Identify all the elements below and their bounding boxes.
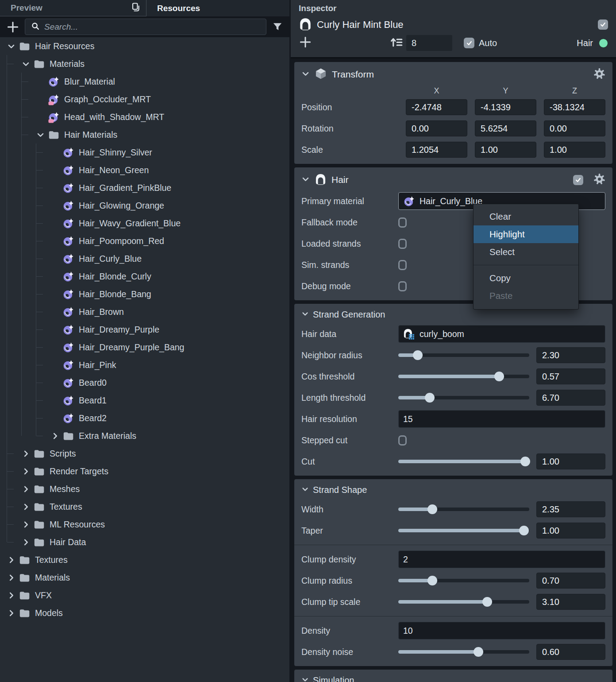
slider-knob[interactable] (413, 350, 423, 360)
chevron-right-icon[interactable] (19, 448, 33, 459)
tree-item-hair-materials[interactable]: Hair Materials (0, 126, 289, 143)
slider-knob[interactable] (519, 526, 529, 535)
context-menu-item-select[interactable]: Select (474, 243, 578, 261)
slider-knob[interactable] (520, 457, 530, 466)
chevron-down-icon[interactable] (301, 70, 310, 80)
clump-tip-scale-slider[interactable] (398, 597, 529, 607)
slider-knob[interactable] (427, 576, 437, 585)
transform-section-header[interactable]: Transform (294, 64, 612, 85)
tree-item-hair-wavy-gradient-blue[interactable]: Hair_Wavy_Gradient_Blue (0, 214, 289, 232)
tree-item-meshes[interactable]: Meshes (0, 480, 289, 498)
tree-item-beard1[interactable]: Beard1 (0, 391, 289, 409)
tree-item-hair-brown[interactable]: Hair_Brown (0, 303, 289, 321)
cut-slider[interactable] (398, 457, 529, 466)
add-resource-button[interactable] (5, 20, 20, 34)
order-input[interactable] (406, 35, 452, 51)
tree-item-render-targets[interactable]: Render Targets (0, 462, 289, 480)
tree-item-vfx[interactable]: VFX (0, 586, 289, 604)
context-menu-item-highlight[interactable]: Highlight (474, 225, 578, 243)
chevron-down-icon[interactable] (4, 40, 18, 52)
tree-item-beard0[interactable]: Beard0 (0, 374, 289, 391)
tree-item-hair-neon-green[interactable]: Hair_Neon_Green (0, 161, 289, 179)
slider-knob[interactable] (425, 393, 435, 403)
fallback-mode-checkbox[interactable] (398, 217, 407, 228)
search-input[interactable] (44, 22, 261, 32)
tree-item-hair-pink[interactable]: Hair_Pink (0, 356, 289, 374)
chevron-right-icon[interactable] (19, 519, 33, 530)
chevron-right-icon[interactable] (4, 607, 18, 619)
cut-value[interactable]: 1.00 (536, 453, 605, 469)
length-threshold-value[interactable]: 6.70 (536, 390, 605, 406)
simulation-header[interactable]: Simulation (294, 671, 612, 682)
tree-item-beard2[interactable]: Beard2 (0, 409, 289, 427)
chevron-right-icon[interactable] (4, 572, 18, 583)
neighbor-radius-slider[interactable] (398, 350, 529, 360)
neighbor-radius-value[interactable]: 2.30 (536, 347, 605, 363)
clump-density-input[interactable]: 2 (398, 550, 605, 568)
sim-strands-checkbox[interactable] (398, 260, 407, 270)
slider-knob[interactable] (474, 647, 483, 657)
gear-icon[interactable] (593, 173, 605, 187)
tree-item-head-with-shadow-mrt[interactable]: Head_with_Shadow_MRT (0, 108, 289, 126)
hair-data-field[interactable]: curly_boom (398, 325, 605, 343)
chevron-right-icon[interactable] (19, 483, 33, 495)
clump-tip-scale-value[interactable]: 3.10 (536, 594, 605, 610)
auto-checkbox[interactable] (464, 38, 474, 48)
tree-item-textures[interactable]: Textures (0, 498, 289, 515)
position-x-input[interactable]: -2.4748 (406, 99, 467, 115)
cos-threshold-slider[interactable] (398, 372, 529, 381)
chevron-right-icon[interactable] (19, 501, 33, 512)
chevron-down-icon[interactable] (19, 58, 33, 70)
context-menu-item-copy[interactable]: Copy (474, 269, 578, 287)
tree-item-scripts[interactable]: Scripts (0, 445, 289, 462)
search-box[interactable] (25, 19, 266, 35)
clump-radius-slider[interactable] (398, 576, 529, 585)
position-y-input[interactable]: -4.1339 (475, 99, 536, 115)
tree-item-hair-resources[interactable]: Hair Resources (0, 37, 289, 55)
rotation-z-input[interactable]: 0.00 (544, 120, 605, 136)
chevron-right-icon[interactable] (4, 589, 18, 601)
tree-item-hair-data[interactable]: Hair Data (0, 533, 289, 551)
tree-item-models[interactable]: Models (0, 604, 289, 622)
tree-item-materials[interactable]: Materials (0, 55, 289, 73)
width-slider[interactable] (398, 504, 529, 514)
scale-y-input[interactable]: 1.00 (475, 142, 536, 158)
taper-slider[interactable] (398, 526, 529, 535)
hair-resolution-input[interactable]: 15 (398, 410, 605, 428)
filter-icon[interactable] (271, 21, 284, 33)
slider-knob[interactable] (494, 372, 504, 381)
debug-mode-checkbox[interactable] (398, 281, 407, 291)
rotation-y-input[interactable]: 5.6254 (475, 120, 536, 136)
add-component-button[interactable] (299, 35, 312, 50)
entity-enabled-checkbox[interactable] (598, 19, 608, 30)
tree-item-hair-dreamy-purple-bang[interactable]: Hair_Dreamy_Purple_Bang (0, 338, 289, 356)
tree-item-hair-shinny-silver[interactable]: Hair_Shinny_Silver (0, 143, 289, 161)
slider-knob[interactable] (482, 597, 492, 607)
chevron-right-icon[interactable] (48, 430, 62, 442)
chevron-right-icon[interactable] (4, 554, 18, 566)
scale-x-input[interactable]: 1.2054 (406, 142, 467, 158)
stepped-cut-checkbox[interactable] (398, 435, 407, 446)
length-threshold-slider[interactable] (398, 393, 529, 403)
tree-item-hair-gradient-pinkblue[interactable]: Hair_Gradient_PinkBlue (0, 179, 289, 197)
tree-item-hair-glowing-orange[interactable]: Hair_Glowing_Orange (0, 197, 289, 214)
tab-preview[interactable]: Preview (0, 0, 146, 16)
chevron-down-icon[interactable] (301, 485, 309, 495)
tree-item-hair-dreamy-purple[interactable]: Hair_Dreamy_Purple (0, 321, 289, 338)
tree-item-ml-resources[interactable]: ML Resources (0, 515, 289, 533)
chevron-down-icon[interactable] (301, 310, 309, 320)
tree-item-hair-blonde-bang[interactable]: Hair_Blonde_Bang (0, 285, 289, 303)
scale-z-input[interactable]: 1.00 (544, 142, 605, 158)
density-input[interactable]: 10 (398, 622, 605, 639)
density-noise-slider[interactable] (398, 647, 529, 657)
width-value[interactable]: 2.35 (536, 501, 605, 517)
tree-item-hair-curly-blue[interactable]: Hair_Curly_Blue (0, 250, 289, 267)
clump-radius-value[interactable]: 0.70 (536, 573, 605, 589)
tree-item-textures[interactable]: Textures (0, 551, 289, 569)
tree-item-materials[interactable]: Materials (0, 569, 289, 586)
loaded-strands-checkbox[interactable] (398, 239, 407, 249)
tree-item-extra-materials[interactable]: Extra Materials (0, 427, 289, 445)
tree-item-blur-material[interactable]: Blur_Material (0, 73, 289, 90)
tree-item-hair-blonde-curly[interactable]: Hair_Blonde_Curly (0, 267, 289, 285)
cos-threshold-value[interactable]: 0.57 (536, 368, 605, 384)
